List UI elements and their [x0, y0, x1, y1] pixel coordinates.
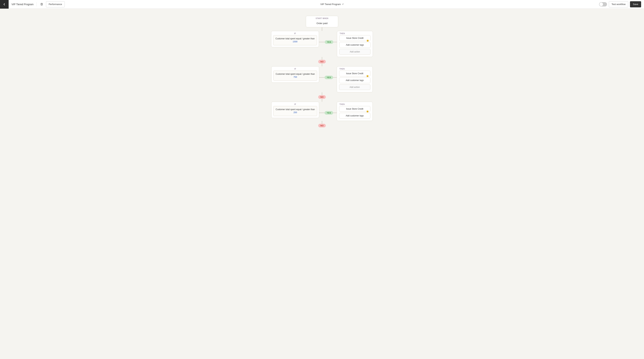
then-action-label-1-0: Issue Store Credit	[346, 37, 364, 39]
yes-connector-2: YES	[319, 76, 337, 79]
if-condition-1[interactable]: Customer total spent equal / greater tha…	[273, 35, 317, 45]
then-container-3: THEN Issue Store Credit 😊 Add customer t…	[337, 102, 373, 121]
no-connector-1: NO	[306, 57, 338, 66]
condition-value-2: 750	[294, 76, 297, 78]
sidebar-title: VIP Tiered Program	[8, 3, 36, 6]
if-label-1: IF	[271, 31, 319, 35]
then-items-3: Issue Store Credit 😊 Add customer tags	[337, 106, 372, 121]
then-item-2-1[interactable]: Add customer tags	[339, 78, 370, 83]
then-label-3: THEN	[337, 102, 372, 106]
back-button[interactable]	[0, 0, 8, 8]
branch-2: IF Customer total spent equal / greater …	[271, 66, 373, 102]
save-button[interactable]: Save	[630, 1, 641, 7]
if-condition-3[interactable]: Customer total spent equal / greater tha…	[273, 106, 317, 116]
emoji-badge-3-0: 😊	[366, 110, 369, 113]
connector-line-1	[322, 27, 322, 31]
then-action-label-3-0: Issue Store Credit	[346, 108, 363, 110]
condition-text-1: Customer total spent equal / greater tha…	[276, 37, 315, 40]
test-workflow-button[interactable]: Test workflow	[609, 1, 628, 7]
branch-row-2: IF Customer total spent equal / greater …	[271, 66, 373, 92]
branch-row-3: IF Customer total spent equal / greater …	[271, 102, 373, 121]
yes-connector-3: YES	[319, 111, 337, 115]
delete-button[interactable]	[38, 1, 45, 8]
if-side-3: IF Customer total spent equal / greater …	[271, 102, 319, 118]
condition-text-3: Customer total spent equal / greater tha…	[276, 108, 315, 111]
performance-button[interactable]: Performance	[46, 1, 65, 7]
h-line-1b	[333, 42, 337, 42]
no-badge-2: NO	[318, 95, 326, 99]
workflow-title: VIP Tiered Program	[320, 3, 341, 6]
emoji-badge-1-0: 😊	[366, 39, 369, 42]
then-item-3-1[interactable]: Add customer tags	[339, 113, 370, 118]
workflow-content: START WHEN Order paid IF Customer total …	[241, 8, 403, 359]
start-trigger[interactable]: Order paid	[306, 20, 338, 27]
then-action-label-2-1: Add customer tags	[346, 79, 364, 82]
then-item-1-0[interactable]: Issue Store Credit 😊	[339, 35, 370, 41]
no-badge-3: NO	[318, 124, 326, 128]
no-connector-3: NO	[306, 121, 338, 128]
then-action-label-2-0: Issue Store Credit	[346, 72, 363, 75]
then-action-label-1-2: Add action	[350, 50, 360, 53]
then-action-label-2-2: Add action	[350, 86, 360, 88]
yes-badge-3: YES	[324, 111, 333, 115]
then-container-2: THEN Issue Store Credit 😊 Add customer t…	[337, 66, 373, 92]
then-item-1-1[interactable]: Add customer tags	[339, 42, 370, 48]
yes-badge-2: YES	[324, 76, 333, 79]
emoji-badge-2-0: 😊	[366, 74, 369, 78]
then-label-1: THEN	[337, 31, 373, 35]
if-label-2: IF	[272, 66, 319, 70]
topbar-right: Test workflow Save	[599, 1, 644, 7]
if-label-3: IF	[272, 102, 319, 106]
divider	[36, 2, 37, 6]
then-item-2-0[interactable]: Issue Store Credit 😊	[339, 70, 370, 76]
if-condition-2[interactable]: Customer total spent equal / greater tha…	[273, 70, 317, 81]
condition-text-2: Customer total spent equal / greater tha…	[276, 73, 315, 75]
then-action-label-1-1: Add customer tags	[346, 44, 364, 46]
yes-connector-1: YES	[319, 40, 337, 44]
if-box-3: IF Customer total spent equal / greater …	[271, 102, 319, 118]
active-toggle[interactable]	[599, 2, 607, 6]
topbar-center: VIP Tiered Program ↗	[65, 3, 599, 6]
then-items-1: Issue Store Credit 😊 Add customer tags A…	[337, 35, 373, 57]
then-items-2: Issue Store Credit 😊 Add customer tags A…	[337, 70, 372, 92]
then-item-3-0[interactable]: Issue Store Credit 😊	[339, 106, 370, 112]
external-link-icon[interactable]: ↗	[342, 3, 344, 6]
branch-3: IF Customer total spent equal / greater …	[271, 102, 373, 128]
then-item-1-2[interactable]: Add action	[339, 49, 370, 54]
branch-1: IF Customer total spent equal / greater …	[271, 31, 373, 66]
start-when-label: START WHEN	[306, 16, 338, 20]
topbar: VIP Tiered Program Performance VIP Tiere…	[0, 0, 644, 8]
h-line-1	[319, 42, 325, 42]
branch-row-1: IF Customer total spent equal / greater …	[271, 31, 373, 57]
if-box-2: IF Customer total spent equal / greater …	[271, 66, 319, 83]
workflow-canvas: START WHEN Order paid IF Customer total …	[0, 8, 644, 359]
no-connector-2: NO	[306, 92, 338, 102]
if-side-2: IF Customer total spent equal / greater …	[271, 66, 319, 83]
no-badge-1: NO	[318, 60, 326, 64]
then-action-label-3-1: Add customer tags	[346, 114, 364, 117]
then-label-2: THEN	[337, 66, 372, 70]
if-box-1: IF Customer total spent equal / greater …	[271, 31, 319, 47]
if-side-1: IF Customer total spent equal / greater …	[271, 31, 319, 47]
condition-value-1: 1500	[293, 40, 298, 43]
condition-value-3: 250	[294, 111, 297, 114]
then-container-1: THEN Issue Store Credit 😊 Add customer t…	[337, 31, 373, 57]
then-item-2-2[interactable]: Add action	[339, 84, 370, 90]
yes-badge-1: YES	[325, 40, 333, 44]
start-node: START WHEN Order paid	[306, 16, 338, 27]
